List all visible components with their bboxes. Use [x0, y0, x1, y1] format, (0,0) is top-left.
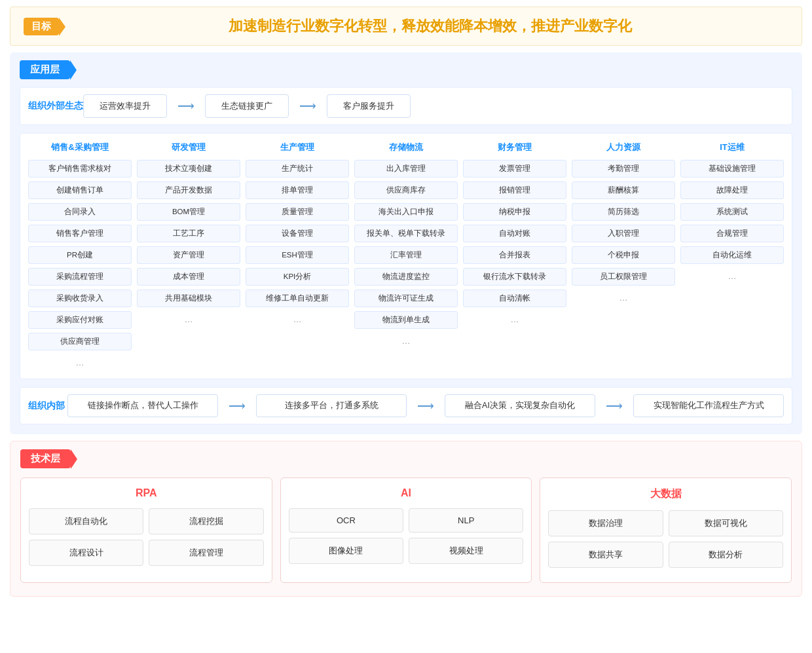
module-item: 设备管理 [246, 225, 349, 242]
module-item: 发票管理 [463, 160, 566, 177]
tech-items-row: 流程设计 流程管理 [29, 540, 264, 566]
module-item: 销售客户管理 [28, 225, 132, 242]
module-item: 物流许可证生成 [354, 289, 458, 307]
tech-items-row: 数据共享 数据分析 [548, 542, 783, 568]
module-title-logistics: 存储物流 [354, 141, 458, 156]
tech-item: 数据共享 [548, 542, 663, 568]
tech-col-bigdata: 大数据 数据治理 数据可视化 数据共享 数据分析 [540, 477, 792, 583]
external-org-item-2: 客户服务提升 [327, 94, 411, 118]
module-item: 薪酬核算 [572, 181, 675, 199]
module-item: 考勤管理 [572, 160, 675, 177]
tech-item: 数据可视化 [669, 510, 783, 536]
module-item: 质量管理 [246, 203, 349, 221]
module-item: 采购应付对账 [28, 311, 132, 329]
internal-org-item-3: 实现智能化工作流程生产方式 [633, 394, 784, 417]
module-item-ellipsis: … [137, 311, 240, 327]
module-item: 个税申报 [572, 246, 675, 264]
internal-org-items: 链接操作断点，替代人工操作 ⟶ 连接多平台，打通多系统 ⟶ 融合AI决策，实现复… [67, 394, 784, 417]
module-item-ellipsis: … [572, 289, 675, 306]
external-org-item-1: 生态链接更广 [205, 94, 289, 118]
module-item: 自动清帐 [463, 289, 566, 307]
internal-org-item-0: 链接操作断点，替代人工操作 [67, 394, 218, 417]
module-item: 汇率管理 [354, 246, 458, 264]
internal-arrow-1: ⟶ [417, 399, 434, 413]
goal-badge: 目标 [24, 18, 59, 35]
tech-items-row: OCR NLP [289, 508, 524, 532]
tech-item: NLP [409, 508, 523, 532]
tech-item: 流程设计 [29, 540, 143, 566]
tech-col-ai: AI OCR NLP 图像处理 视频处理 [280, 477, 532, 583]
module-item: 共用基础模块 [137, 289, 240, 307]
module-item: BOM管理 [137, 203, 240, 221]
external-org-row: 组织外部生态 运营效率提升 ⟶ 生态链接更广 ⟶ 客户服务提升 [20, 87, 792, 125]
module-item: PR创建 [28, 246, 132, 264]
tech-item: OCR [289, 508, 403, 532]
module-col-it: IT运维 基础设施管理 故障处理 系统测试 合规管理 自动化运维 … [680, 141, 784, 371]
tech-item: 图像处理 [289, 538, 403, 564]
tech-item: 数据分析 [669, 542, 783, 568]
goal-section: 目标 加速制造行业数字化转型，释放效能降本增效，推进产业数字化 [10, 7, 802, 46]
internal-org-item-2: 融合AI决策，实现复杂自动化 [445, 394, 595, 417]
tech-item: 流程自动化 [29, 508, 143, 534]
arrow-icon-0: ⟶ [177, 99, 194, 113]
app-layer: 应用层 组织外部生态 运营效率提升 ⟶ 生态链接更广 ⟶ 客户服务提升 销售&采… [10, 52, 802, 434]
module-item: 工艺工序 [137, 225, 240, 242]
module-item: 故障处理 [680, 181, 784, 199]
module-item: KPI分析 [246, 268, 349, 286]
module-col-finance: 财务管理 发票管理 报销管理 纳税申报 自动对账 合并报表 银行流水下载转录 自… [463, 141, 566, 371]
tech-layer-badge: 技术层 [20, 449, 71, 468]
module-item: 纳税申报 [463, 203, 566, 221]
module-item: 合同录入 [28, 203, 132, 221]
modules-grid: 销售&采购管理 客户销售需求核对 创建销售订单 合同录入 销售客户管理 PR创建… [20, 133, 792, 379]
module-col-rd: 研发管理 技术立项创建 产品开发数据 BOM管理 工艺工序 资产管理 成本管理 … [137, 141, 240, 371]
module-item: 基础设施管理 [680, 160, 784, 177]
module-item: 客户销售需求核对 [28, 160, 132, 177]
tech-items-row: 流程自动化 流程挖掘 [29, 508, 264, 534]
internal-org-row: 组织内部 链接操作断点，替代人工操作 ⟶ 连接多平台，打通多系统 ⟶ 融合AI决… [20, 387, 792, 424]
internal-org-label: 组织内部 [28, 400, 67, 412]
module-item: 海关出入口申报 [354, 203, 458, 221]
tech-layer: 技术层 RPA 流程自动化 流程挖掘 流程设计 流程管理 AI OCR NLP … [10, 441, 802, 597]
tech-title-ai: AI [289, 487, 524, 499]
module-item: ESH管理 [246, 246, 349, 264]
tech-items-row: 数据治理 数据可视化 [548, 510, 783, 536]
module-item: 采购流程管理 [28, 268, 132, 286]
module-item-ellipsis: … [680, 268, 784, 284]
module-item-ellipsis: … [246, 311, 349, 327]
module-item: 采购收货录入 [28, 289, 132, 307]
module-title-sales: 销售&采购管理 [28, 141, 132, 156]
module-item-ellipsis: … [28, 354, 132, 371]
module-item: 产品开发数据 [137, 181, 240, 199]
module-col-hr: 人力资源 考勤管理 薪酬核算 简历筛选 入职管理 个税申报 员工权限管理 … [572, 141, 675, 371]
module-item: 出入库管理 [354, 160, 458, 177]
module-item: 合规管理 [680, 225, 784, 242]
external-org-item-0: 运营效率提升 [83, 94, 167, 118]
module-item: 创建销售订单 [28, 181, 132, 199]
module-item: 入职管理 [572, 225, 675, 242]
module-col-logistics: 存储物流 出入库管理 供应商库存 海关出入口申报 报关单、税单下载转录 汇率管理… [354, 141, 458, 371]
module-item: 报销管理 [463, 181, 566, 199]
app-layer-badge: 应用层 [20, 60, 70, 79]
module-col-production: 生产管理 生产统计 排单管理 质量管理 设备管理 ESH管理 KPI分析 维修工… [246, 141, 349, 371]
tech-title-rpa: RPA [29, 487, 264, 499]
module-item: 员工权限管理 [572, 268, 675, 286]
internal-arrow-0: ⟶ [229, 399, 246, 413]
tech-item: 视频处理 [409, 538, 523, 564]
tech-item: 数据治理 [548, 510, 663, 536]
tech-layer-header: 技术层 [20, 449, 792, 468]
arrow-icon-1: ⟶ [299, 99, 316, 113]
tech-item: 流程管理 [149, 540, 263, 566]
tech-title-bigdata: 大数据 [548, 487, 783, 501]
tech-grid: RPA 流程自动化 流程挖掘 流程设计 流程管理 AI OCR NLP 图像处理… [20, 477, 792, 583]
module-title-it: IT运维 [680, 141, 784, 156]
module-item: 供应商库存 [354, 181, 458, 199]
module-item-ellipsis: … [354, 333, 458, 349]
internal-org-item-1: 连接多平台，打通多系统 [256, 394, 407, 417]
module-item: 物流进度监控 [354, 268, 458, 286]
module-item: 供应商管理 [28, 333, 132, 350]
module-title-rd: 研发管理 [137, 141, 240, 156]
internal-arrow-2: ⟶ [606, 399, 623, 413]
goal-text: 加速制造行业数字化转型，释放效能降本增效，推进产业数字化 [72, 16, 788, 36]
module-title-hr: 人力资源 [572, 141, 675, 156]
module-item: 成本管理 [137, 268, 240, 286]
